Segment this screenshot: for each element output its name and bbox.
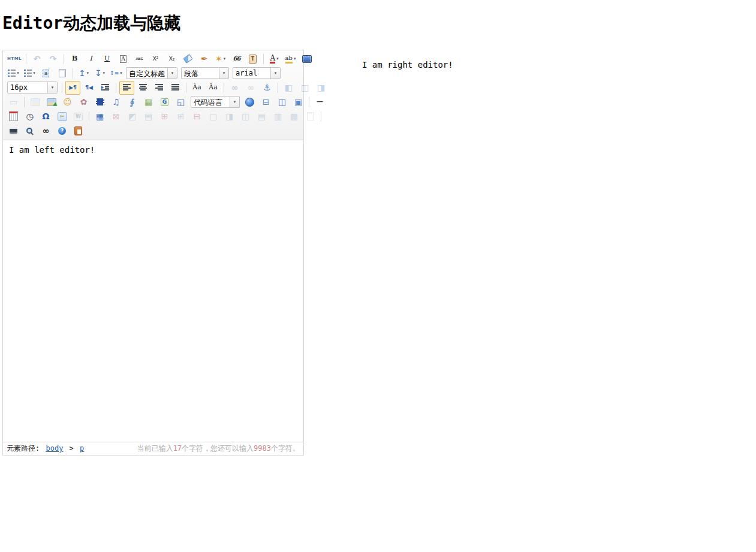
directionality-ltr-button[interactable]: ▶¶ xyxy=(65,81,80,95)
code-language-combo[interactable]: 代码语言▾ xyxy=(191,96,240,108)
charts-button[interactable] xyxy=(303,110,318,123)
spechars-button[interactable]: Ω xyxy=(38,110,53,123)
touppercase-button[interactable]: Àa xyxy=(189,81,204,95)
chevron-down-icon[interactable]: ▾ xyxy=(47,82,57,93)
justifyleft-button[interactable] xyxy=(119,81,134,95)
scrawl-button[interactable]: ✿ xyxy=(76,95,91,109)
music-icon: ♫ xyxy=(112,96,120,108)
chevron-down-icon[interactable]: ▾ xyxy=(219,68,228,79)
fontfamily-combo[interactable]: arial▾ xyxy=(233,67,281,79)
pasteplain-button[interactable]: T xyxy=(245,52,260,66)
first-line-indent-button[interactable] xyxy=(98,81,113,95)
insertunorderedlist-button[interactable]: ▾ xyxy=(22,67,37,80)
image-float-left-button[interactable]: ◧ xyxy=(281,81,296,95)
insert-title-row-button[interactable]: ▤ xyxy=(141,110,156,123)
removeformat-button[interactable] xyxy=(180,52,195,66)
justifyright-button[interactable] xyxy=(152,81,167,95)
source-button[interactable]: HTML xyxy=(6,52,23,66)
template-button[interactable]: ◫ xyxy=(275,95,290,109)
unlink-button[interactable]: ∞ xyxy=(243,81,258,95)
justifyjustify-icon xyxy=(171,84,179,91)
image-float-right-button[interactable]: ◨ xyxy=(314,81,329,95)
element-path-p-link[interactable]: p xyxy=(80,444,84,453)
paragraph-space-after-button[interactable]: ↧▾ xyxy=(92,67,107,80)
paragraph-space-before-button[interactable]: ↥▾ xyxy=(76,67,91,80)
forecolor-button[interactable]: A▾ xyxy=(267,52,282,66)
strikethrough-button[interactable]: ABC xyxy=(132,52,147,66)
paragraph-combo[interactable]: 段落▾ xyxy=(181,67,229,79)
simpleupload-button[interactable]: ▭ xyxy=(6,95,21,109)
music-button[interactable]: ♫ xyxy=(109,95,124,109)
imagenone-button[interactable] xyxy=(28,95,43,109)
formatmatch-button[interactable]: ✒ xyxy=(197,52,212,66)
element-path-body-link[interactable]: body xyxy=(46,444,63,453)
image-float-center-icon: ◫ xyxy=(301,82,309,93)
custom-title-combo[interactable]: 自定义标题▾ xyxy=(126,67,177,79)
italic-button[interactable]: I xyxy=(83,52,98,66)
table-title-button[interactable]: ◩ xyxy=(125,110,140,123)
tolowercase-button[interactable]: Âa xyxy=(206,81,221,95)
redo-button[interactable]: ↷ xyxy=(46,52,61,66)
backcolor-button[interactable]: ab▾ xyxy=(283,52,298,66)
anchor-button[interactable]: ⚓ xyxy=(260,81,275,95)
emotion-button[interactable]: ☺ xyxy=(60,95,75,109)
cleardoc-button[interactable] xyxy=(55,67,70,80)
mergeright-button[interactable]: ◨ xyxy=(222,110,237,123)
insertimage-button[interactable] xyxy=(44,95,59,109)
help-button[interactable]: ? xyxy=(55,124,70,138)
webapp-button[interactable] xyxy=(242,95,257,109)
chevron-down-icon[interactable]: ▾ xyxy=(270,68,280,79)
subscript-button[interactable]: X₂ xyxy=(164,52,179,66)
mergecells-button[interactable]: ▢ xyxy=(206,110,221,123)
attachment-button[interactable]: ∮ xyxy=(125,95,140,109)
insertunorderedlist-icon xyxy=(24,70,32,77)
drafts-button[interactable] xyxy=(71,124,86,138)
time-button[interactable]: ◷ xyxy=(22,110,37,123)
insertorderedlist-button[interactable]: ▾ xyxy=(6,67,21,80)
splittocols-button[interactable]: ▥ xyxy=(270,110,285,123)
searchreplace-button[interactable]: ∞ xyxy=(38,124,53,138)
insertframe-button[interactable]: ◱ xyxy=(173,95,188,109)
deletetable-button[interactable]: ⊠ xyxy=(109,110,124,123)
fontsize-combo[interactable]: 16px▾ xyxy=(7,82,58,93)
splittocells-button[interactable]: ▩ xyxy=(287,110,302,123)
indent-button[interactable]: a xyxy=(38,67,53,80)
fontborder-button[interactable]: A xyxy=(116,52,131,66)
gmap-button[interactable]: G xyxy=(157,95,172,109)
wordimage-button[interactable]: W xyxy=(71,110,86,123)
line-height-button[interactable]: ↕≡▾ xyxy=(109,67,124,80)
right-editor: I am right editor! xyxy=(362,50,453,70)
deleterow-button[interactable]: ⊟ xyxy=(189,110,204,123)
superscript-button[interactable]: X² xyxy=(148,52,163,66)
underline-button[interactable]: U xyxy=(100,52,115,66)
blockquote-button[interactable]: 66 xyxy=(229,52,244,66)
map-button[interactable]: ▦ xyxy=(141,95,156,109)
pagebreak-button[interactable]: ⊟ xyxy=(258,95,273,109)
screen-capture-button[interactable]: ✂ xyxy=(55,110,70,123)
print-button[interactable] xyxy=(6,124,21,138)
horizontal-rule-button[interactable]: — xyxy=(312,95,327,109)
justifycenter-button[interactable] xyxy=(135,81,150,95)
undo-button[interactable]: ↶ xyxy=(29,52,44,66)
bold-button[interactable]: B xyxy=(67,52,82,66)
preview-button[interactable] xyxy=(22,124,37,138)
justifyjustify-button[interactable] xyxy=(168,81,183,95)
autotypeset-button[interactable]: ✶▾ xyxy=(213,52,228,66)
date-button[interactable] xyxy=(6,110,21,123)
insertvideo-button[interactable] xyxy=(92,95,107,109)
mergedown-button[interactable]: ◫ xyxy=(238,110,253,123)
link-button[interactable]: ∞ xyxy=(227,81,242,95)
background-button[interactable] xyxy=(299,52,314,66)
fontfamily-combo-value: arial xyxy=(233,68,270,79)
splittorows-button[interactable]: ▤ xyxy=(254,110,269,123)
image-float-center-button[interactable]: ◫ xyxy=(297,81,312,95)
insertrow-button[interactable]: ⊞ xyxy=(157,110,172,123)
directionality-rtl-button[interactable]: ¶◀ xyxy=(82,81,97,95)
inserttable-button[interactable]: ▦ xyxy=(92,110,107,123)
chevron-down-icon[interactable]: ▾ xyxy=(230,96,239,107)
code-language-combo-value: 代码语言 xyxy=(191,96,230,107)
snapscreen-button[interactable]: ▣ xyxy=(291,95,306,109)
chevron-down-icon[interactable]: ▾ xyxy=(167,68,177,79)
left-editor-content[interactable]: I am left editor! xyxy=(3,140,303,442)
insertcol-button[interactable]: ⊞ xyxy=(173,110,188,123)
